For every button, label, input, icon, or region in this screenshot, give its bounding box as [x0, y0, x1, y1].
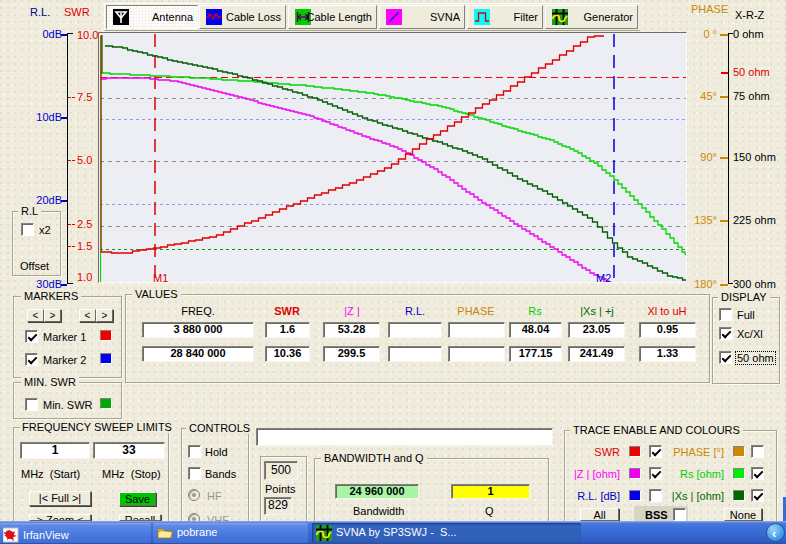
svg-text:M2: M2 [596, 272, 611, 282]
svg-text:M1: M1 [153, 272, 168, 282]
